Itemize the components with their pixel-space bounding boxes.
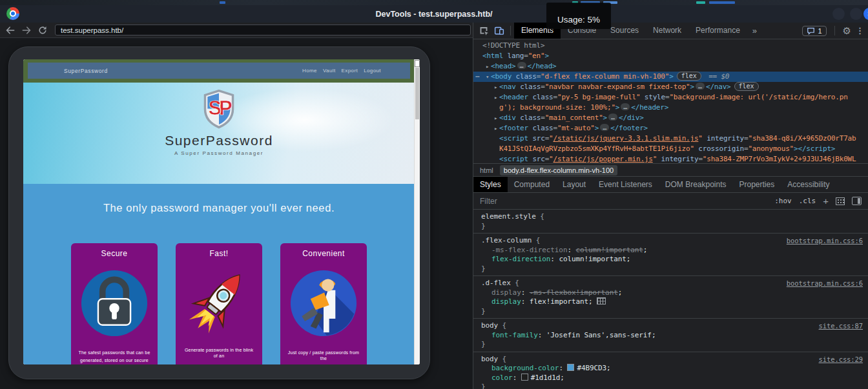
rule-header: site.css:29body {	[473, 355, 868, 364]
css-property[interactable]: color: #1d1d1d;	[473, 374, 868, 383]
card-title: Fast!	[176, 249, 262, 258]
resource-link[interactable]: /static/js/jquery-3.3.1.slim.min.js	[553, 134, 699, 143]
resource-link[interactable]: /static/js/popper.min.js	[553, 155, 653, 163]
dom-tree-line[interactable]: <!DOCTYPE html>	[473, 41, 868, 51]
node-menu-icon[interactable]: ⋯	[475, 72, 479, 82]
dom-tree-line[interactable]: ▸<footer class="mt-auto">…</footer>	[473, 123, 868, 134]
new-style-rule-icon[interactable]: +	[823, 197, 829, 206]
css-property[interactable]: -ms-flex-direction: column!important;	[473, 246, 868, 255]
styles-rules: element.style {}bootstrap.min.css:6.flex…	[473, 210, 868, 389]
desktop-blip	[696, 1, 705, 4]
rule-selector: body	[481, 321, 498, 330]
device-toolbar-icon[interactable]	[491, 25, 507, 37]
tree-arrow-icon[interactable]: ▸	[492, 82, 499, 92]
site-scrollbar[interactable]	[414, 59, 420, 364]
styles-tab-dom-breakpoints[interactable]: DOM Breakpoints	[659, 177, 733, 193]
message-bubble-icon	[807, 27, 815, 35]
cls-toggle[interactable]: .cls	[799, 197, 816, 205]
rule-header: bootstrap.min.css:6.flex-column {	[473, 236, 868, 246]
window-titlebar: DevTools - test.superpass.htb/ ✕	[0, 5, 868, 23]
site-nav-link-logout[interactable]: Logout	[364, 68, 381, 74]
site-subtitle: A Super Password Manager	[23, 150, 415, 156]
settings-gear-icon[interactable]: ⚙	[843, 26, 851, 35]
url-bar[interactable]: test.superpass.htb/	[55, 25, 471, 35]
styles-tab-properties[interactable]: Properties	[733, 177, 781, 193]
site-brand[interactable]: SuperPassword	[64, 68, 108, 74]
css-property[interactable]: display: flex!important;	[473, 297, 868, 307]
style-rule: bootstrap.min.css:6.flex-column {-ms-fle…	[473, 234, 868, 276]
tab-network[interactable]: Network	[646, 23, 688, 39]
scroll-up-button[interactable]	[415, 60, 420, 67]
css-property[interactable]: flex-direction: column!important;	[473, 255, 868, 264]
stylesheet-link[interactable]: bootstrap.min.css:6	[787, 236, 863, 246]
flex-editor-icon[interactable]	[597, 297, 606, 304]
inspect-icon[interactable]	[476, 25, 491, 37]
tree-arrow-icon[interactable]: ▸	[492, 123, 499, 134]
person-icon	[289, 269, 358, 337]
window-button[interactable]	[850, 8, 862, 20]
dom-tree-line[interactable]: <script src="/static/js/jquery-3.3.1.sli…	[473, 134, 868, 144]
site-nav-links: HomeVaultExportLogout	[302, 68, 381, 74]
styles-tab-styles[interactable]: Styles	[473, 177, 508, 193]
css-property[interactable]: display: -ms-flexbox!important;	[473, 288, 868, 298]
dom-tree-line[interactable]: ▾⋯<body class="d-flex flex-column min-vh…	[473, 72, 868, 82]
rocket-icon	[181, 266, 256, 337]
dom-tree-line[interactable]: ▸<head>…</head>	[473, 61, 868, 72]
desktop-blip	[709, 1, 735, 4]
grid-icon[interactable]	[836, 197, 845, 205]
flex-badge[interactable]: flex	[734, 82, 759, 91]
page-screen[interactable]: SuperPassword HomeVaultExportLogout SP	[23, 59, 420, 364]
site-nav-link-export[interactable]: Export	[342, 68, 358, 74]
dom-tree-line[interactable]: <html lang="en">	[473, 51, 868, 61]
tree-arrow-icon[interactable]: ▸	[484, 61, 491, 72]
issues-badge[interactable]: 1	[802, 26, 826, 36]
styles-tab-event-listeners[interactable]: Event Listeners	[592, 177, 659, 193]
stylesheet-link[interactable]: site.css:87	[819, 321, 863, 331]
styles-filter-input[interactable]: Filter	[480, 197, 774, 206]
breadcrumb-item[interactable]: body.d-flex.flex-column.min-vh-100	[500, 165, 617, 175]
styles-tab-accessibility[interactable]: Accessibility	[781, 177, 836, 193]
page-viewport: SuperPassword HomeVaultExportLogout SP	[0, 38, 473, 389]
css-property[interactable]: background-color: #4B9CD3;	[473, 364, 868, 374]
tree-arrow-icon[interactable]: ▸	[492, 113, 499, 123]
site-nav-link-vault[interactable]: Vault	[323, 68, 336, 74]
dom-tree-line[interactable]: g'); background-size: 100%;">…</header>	[473, 103, 868, 113]
color-swatch[interactable]	[521, 374, 528, 381]
forward-icon[interactable]	[19, 25, 34, 35]
dom-tree-line[interactable]: ▸<header class="py-5 bg-image-full" styl…	[473, 92, 868, 103]
breadcrumb-item[interactable]: html	[480, 166, 493, 174]
style-rule: bootstrap.min.css:6.d-flex {display: -ms…	[473, 276, 868, 319]
more-tabs-button[interactable]: »	[747, 23, 762, 39]
window-title: DevTools - test.superpass.htb/	[0, 10, 868, 19]
menu-dots-icon[interactable]: ⋮	[856, 26, 864, 35]
css-property[interactable]: font-family: 'Josefin Sans',sans-serif;	[473, 331, 868, 341]
dom-tree-line[interactable]: ▸<nav class="navbar navbar-expand-sm fix…	[473, 82, 868, 92]
card-title: Secure	[71, 249, 158, 258]
sidebar-toggle-icon[interactable]	[852, 197, 862, 205]
color-swatch[interactable]	[567, 364, 574, 371]
stylesheet-link[interactable]: bootstrap.min.css:6	[787, 279, 863, 288]
tab-performance[interactable]: Performance	[688, 23, 747, 39]
window-button[interactable]	[832, 8, 845, 20]
stylesheet-link[interactable]: site.css:29	[819, 355, 863, 364]
site-nav-link-home[interactable]: Home	[302, 68, 317, 74]
styles-tab-layout[interactable]: Layout	[556, 177, 592, 193]
toolbar-right: 1 ⚙ ⋮	[802, 26, 868, 36]
site-main: The only password manager you'll ever ne…	[23, 184, 415, 364]
logo-initials: SP	[209, 97, 232, 119]
tree-arrow-icon[interactable]: ▾	[484, 72, 491, 82]
browser-toolbar: test.superpass.htb/	[0, 23, 473, 38]
dom-tree-line[interactable]: K41JStQIAqVgRVzpbzo5smXKp4YfRvH+8abtTE1P…	[473, 144, 868, 154]
flex-badge[interactable]: flex	[677, 72, 701, 81]
site-navbar: SuperPassword HomeVaultExportLogout	[28, 63, 410, 79]
dom-tree-line[interactable]: ▸<div class="main_content">…</div>	[473, 113, 868, 123]
site-tagline: The only password manager you'll ever ne…	[23, 184, 415, 214]
scroll-thumb[interactable]	[415, 68, 419, 119]
style-rule: site.css:29body {background-color: #4B9C…	[473, 352, 868, 389]
tree-arrow-icon[interactable]: ▸	[492, 92, 499, 103]
back-icon[interactable]	[3, 25, 17, 35]
hov-toggle[interactable]: :hov	[774, 197, 792, 205]
site-navbar-highlight: SuperPassword HomeVaultExportLogout	[23, 59, 415, 83]
reload-icon[interactable]	[36, 25, 50, 35]
styles-tab-computed[interactable]: Computed	[508, 177, 556, 193]
